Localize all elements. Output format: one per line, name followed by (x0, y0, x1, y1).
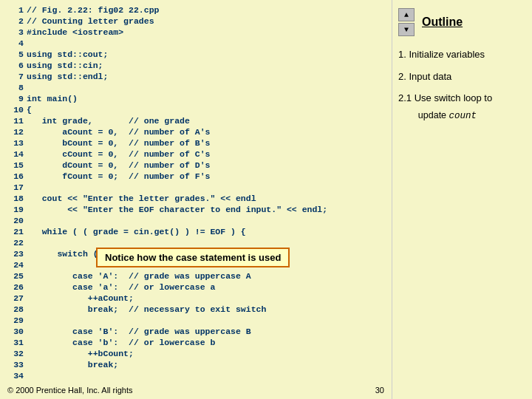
line-number: 18 (7, 193, 24, 204)
line-content: ++bCount; (27, 348, 134, 359)
table-row: 32 ++bCount; (7, 348, 384, 359)
line-content: case 'B': // grade was uppercase B (27, 326, 251, 337)
line-content: case 'A': // grade was uppercase A (27, 270, 251, 282)
table-row: 14 cCount = 0, // number of C's (7, 149, 384, 160)
table-row: 11 int grade, // one grade (7, 115, 384, 126)
table-row: 27 ++aCount; (7, 293, 384, 304)
outline-header-row: ▲ ▼ Outline (398, 7, 526, 37)
line-number: 25 (7, 270, 24, 282)
line-number: 1 (7, 4, 24, 16)
line-content: break; // necessary to exit switch (27, 304, 266, 315)
line-number: 4 (7, 38, 24, 49)
outline-item-2: 2. Input data (398, 69, 526, 84)
line-number: 22 (7, 237, 24, 248)
outline-item-2-1-main: 2.1 Use switch loop to (398, 91, 526, 106)
table-row: 2// Counting letter grades (7, 16, 384, 27)
line-number: 34 (7, 370, 24, 381)
bottom-bar: © 2000 Prentice Hall, Inc. All rights (0, 386, 392, 395)
tooltip-text: Notice how the case statement is used (105, 252, 281, 263)
table-row: 4 (7, 38, 384, 49)
arrow-down-button[interactable]: ▼ (398, 23, 415, 36)
code-listing: 1// Fig. 2.22: fig02 22.cpp2// Counting … (7, 4, 384, 381)
line-number: 7 (7, 71, 24, 82)
line-content: using std::endl; (27, 71, 108, 82)
line-number: 11 (7, 115, 24, 126)
outline-panel: ▲ ▼ Outline 1. Initialize variables 2. I… (392, 0, 532, 399)
line-content: dCount = 0, // number of D's (27, 160, 210, 171)
line-number: 28 (7, 304, 24, 315)
outline-title: Outline (422, 16, 463, 29)
line-content: << "Enter the EOF character to end input… (27, 204, 327, 215)
table-row: 25 case 'A': // grade was uppercase A (7, 270, 384, 282)
line-number: 27 (7, 293, 24, 304)
table-row: 3#include <iostream> (7, 27, 384, 38)
line-content: #include <iostream> (27, 27, 123, 38)
line-number: 23 (7, 248, 24, 259)
line-number: 32 (7, 348, 24, 359)
line-number: 33 (7, 359, 24, 370)
line-content: case 'a': // or lowercase a (27, 282, 215, 293)
line-number: 15 (7, 160, 24, 171)
table-row: 7using std::endl; (7, 71, 384, 82)
line-number: 17 (7, 182, 24, 193)
line-content: break; (27, 359, 118, 370)
line-content: case 'b': // or lowercase b (27, 337, 215, 348)
line-number: 12 (7, 126, 24, 137)
line-number: 10 (7, 104, 24, 115)
line-content: aCount = 0, // number of A's (27, 126, 210, 137)
table-row: 10{ (7, 104, 384, 115)
line-content: { (27, 104, 32, 115)
table-row: 17 (7, 182, 384, 193)
line-number: 5 (7, 49, 24, 60)
table-row: 18 cout << "Enter the letter grades." <<… (7, 193, 384, 204)
line-number: 14 (7, 149, 24, 160)
line-number: 13 (7, 137, 24, 149)
outline-item-1: 1. Initialize variables (398, 47, 526, 62)
outline-item-2-label: 2. Input data (398, 71, 451, 82)
line-content: using std::cout; (27, 49, 108, 60)
outline-item-2-1: 2.1 Use switch loop to update count (398, 91, 526, 123)
table-row: 16 fCount = 0; // number of F's (7, 171, 384, 182)
table-row: 26 case 'a': // or lowercase a (7, 282, 384, 293)
line-content: fCount = 0; // number of F's (27, 171, 210, 182)
line-number: 21 (7, 226, 24, 237)
line-content: // Fig. 2.22: fig02 22.cpp (27, 4, 159, 16)
table-row: 5using std::cout; (7, 49, 384, 60)
outline-item-2-1-sub: update count (403, 109, 526, 123)
outline-items: 1. Initialize variables 2. Input data 2.… (398, 47, 526, 130)
table-row: 28 break; // necessary to exit switch (7, 304, 384, 315)
outline-code-count: count (449, 111, 477, 121)
line-number: 9 (7, 93, 24, 104)
line-number: 6 (7, 60, 24, 71)
line-content: // Counting letter grades (27, 16, 154, 27)
line-number: 3 (7, 27, 24, 38)
code-panel: 1// Fig. 2.22: fig02 22.cpp2// Counting … (0, 0, 392, 399)
line-content: cCount = 0, // number of C's (27, 149, 210, 160)
table-row: 34 (7, 370, 384, 381)
table-row: 19 << "Enter the EOF character to end in… (7, 204, 384, 215)
arrow-up-button[interactable]: ▲ (398, 8, 415, 21)
line-content: int main() (27, 93, 78, 104)
table-row: 9int main() (7, 93, 384, 104)
tooltip-box: Notice how the case statement is used (96, 248, 290, 267)
line-number: 20 (7, 215, 24, 226)
line-number: 31 (7, 337, 24, 348)
table-row: 29 (7, 315, 384, 326)
copyright-text: © 2000 Prentice Hall, Inc. All rights (7, 386, 133, 395)
table-row: 1// Fig. 2.22: fig02 22.cpp (7, 4, 384, 16)
table-row: 15 dCount = 0, // number of D's (7, 160, 384, 171)
nav-arrows[interactable]: ▲ ▼ (398, 7, 415, 37)
table-row: 20 (7, 215, 384, 226)
table-row: 12 aCount = 0, // number of A's (7, 126, 384, 137)
line-content: using std::cin; (27, 60, 103, 71)
table-row: 21 while ( ( grade = cin.get() ) != EOF … (7, 226, 384, 237)
line-content: cout << "Enter the letter grades." << en… (27, 193, 256, 204)
table-row: 6using std::cin; (7, 60, 384, 71)
line-number: 16 (7, 171, 24, 182)
line-content: bCount = 0, // number of B's (27, 137, 210, 149)
table-row: 33 break; (7, 359, 384, 370)
line-number: 26 (7, 282, 24, 293)
line-number: 29 (7, 315, 24, 326)
line-number: 19 (7, 204, 24, 215)
table-row: 13 bCount = 0, // number of B's (7, 137, 384, 149)
